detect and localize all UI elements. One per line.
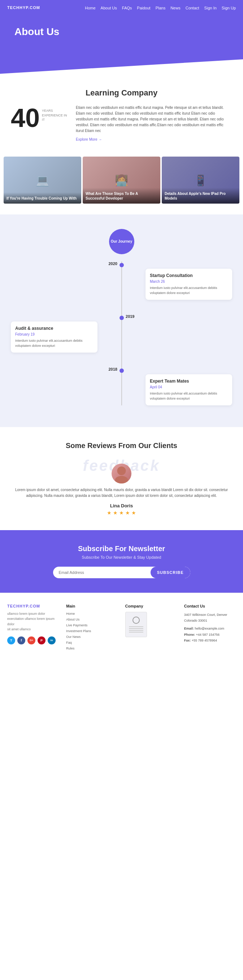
- explore-more-link[interactable]: Explore More →: [76, 137, 102, 142]
- nav-links: Home About Us FAQs Paidout Plans News Co…: [85, 4, 236, 11]
- learning-section: Learning Company 40 YEARS EXPERIENCE IN …: [0, 74, 243, 157]
- header: TECHHYP.COM Home About Us FAQs Paidout P…: [0, 0, 243, 59]
- year-2018: 2018: [109, 367, 117, 371]
- doc-line-4: [129, 632, 144, 633]
- svg-point-0: [117, 466, 126, 475]
- year-2020: 2020: [109, 261, 117, 266]
- subscribe-title: Subscribe For Newsletter: [11, 545, 232, 553]
- timeline: 2020 Startup Consultation March 26 Inter…: [7, 261, 236, 406]
- nav-signin[interactable]: Sign In: [204, 6, 217, 10]
- card-2-body: Interdum iusto pulvinar elit.accusantium…: [15, 339, 93, 348]
- nav-news[interactable]: News: [170, 6, 180, 10]
- footer-link-invest[interactable]: Investment Plans: [66, 629, 118, 633]
- page-title: About Us: [14, 26, 236, 38]
- contact-fax: Fax: +55 789 4578964: [184, 638, 236, 643]
- learning-body: Etiam nec odio vestibulum est mattis eff…: [76, 105, 232, 134]
- footer-main-title: Main: [66, 604, 118, 608]
- reviewer-avatar: [112, 464, 131, 484]
- card-2-date: February 19: [15, 332, 93, 336]
- timeline-card-2: Audit & assurance February 19 Interdum i…: [11, 321, 98, 353]
- learning-text-block: Etiam nec odio vestibulum est mattis eff…: [76, 105, 232, 142]
- timeline-dot-2: [120, 316, 124, 320]
- card-2-title: What Are Those Steps To Be A Successful …: [85, 191, 158, 201]
- footer: TECHHYP.COM ullamco lorem ipsum dolorexe…: [0, 593, 243, 663]
- star-1: ★: [107, 510, 112, 515]
- timeline-card-3: Expert Team Mates April 04 Interdum iust…: [145, 374, 232, 406]
- card-3-overlay: Details About Apple's New IPad Pro Model…: [162, 188, 239, 204]
- nav-contact[interactable]: Contact: [186, 6, 199, 10]
- card-1-date: March 26: [150, 280, 228, 283]
- subscribe-form: SUBSCRIBE: [53, 567, 190, 578]
- doc-seal: [133, 617, 140, 624]
- journey-section: Our Journey 2020 Startup Consultation Ma…: [0, 215, 243, 427]
- doc-line-2: [129, 628, 144, 629]
- hero-text: About Us: [7, 15, 236, 59]
- nav-plans[interactable]: Plans: [156, 6, 166, 10]
- years-number: 40: [11, 105, 40, 131]
- footer-link-faq[interactable]: Faq: [66, 641, 118, 644]
- nav-paidout[interactable]: Paidout: [137, 6, 150, 10]
- card-3-body: Interdum iusto pulvinar elit.accusantium…: [150, 391, 228, 401]
- card-2-title: Audit & assurance: [15, 326, 93, 331]
- contact-address: 3407 Wilkinson Court, Denver Colorado 33…: [184, 612, 236, 624]
- footer-link-about[interactable]: About Us: [66, 618, 118, 621]
- subscribe-button[interactable]: SUBSCRIBE: [151, 567, 190, 578]
- card-1[interactable]: 💻 If You're Having Trouble Coming Up Wit…: [4, 157, 81, 204]
- journey-circle: Our Journey: [109, 229, 134, 254]
- contact-phone: Phone: +44 587 154756: [184, 632, 236, 638]
- pinterest-icon[interactable]: P: [38, 636, 46, 644]
- company-doc-image: [125, 612, 147, 637]
- cards-section: 💻 If You're Having Trouble Coming Up Wit…: [0, 157, 243, 215]
- years-label: YEARS EXPERIENCE IN IT: [42, 108, 69, 122]
- footer-link-rules[interactable]: Rules: [66, 647, 118, 650]
- doc-line-3: [129, 630, 144, 631]
- timeline-dot-3: [120, 369, 124, 373]
- google-icon[interactable]: G+: [27, 636, 35, 644]
- social-icons: T f G+ P in: [7, 636, 59, 644]
- linkedin-icon[interactable]: in: [48, 636, 55, 644]
- big-number-block: 40 YEARS EXPERIENCE IN IT: [11, 105, 69, 131]
- footer-col-contact: Contact Us 3407 Wilkinson Court, Denver …: [184, 604, 236, 652]
- subscribe-subtitle: Subscribe To Our Newsletter & Stay Updat…: [11, 555, 232, 560]
- contact-email: Email: hello@example.com: [184, 625, 236, 632]
- card-3-date: April 04: [150, 385, 228, 389]
- reviewer-name: Lina Doris: [11, 503, 232, 508]
- star-3: ★: [119, 510, 124, 515]
- star-rating: ★ ★ ★ ★ ★: [11, 510, 232, 515]
- nav-logo: TECHHYP.COM: [7, 5, 40, 10]
- card-3-title: Expert Team Mates: [150, 379, 228, 384]
- footer-link-home[interactable]: Home: [66, 612, 118, 616]
- footer-col-main: Main Home About Us Live Payments Investm…: [66, 604, 118, 652]
- svg-point-1: [115, 476, 128, 484]
- footer-link-live[interactable]: Live Payments: [66, 624, 118, 627]
- email-input[interactable]: [53, 567, 151, 578]
- star-4: ★: [125, 510, 130, 515]
- card-3-title: Details About Apple's New IPad Pro Model…: [165, 191, 237, 201]
- footer-col-company: Company: [125, 604, 177, 652]
- reviews-title: Some Reviews From Our Clients: [11, 442, 232, 450]
- card-2-overlay: What Are Those Steps To Be A Successful …: [83, 188, 160, 204]
- reviews-section: Some Reviews From Our Clients feedback L…: [0, 427, 243, 530]
- year-2019: 2019: [126, 314, 134, 318]
- nav-faqs[interactable]: FAQs: [122, 6, 132, 10]
- nav-home[interactable]: Home: [85, 6, 95, 10]
- card-1-body: Interdum iusto pulvinar elit.accusantium…: [150, 286, 228, 296]
- subscribe-section: Subscribe For Newsletter Subscribe To Ou…: [0, 530, 243, 593]
- card-1-overlay: If You're Having Trouble Coming Up With: [4, 192, 81, 204]
- timeline-dot-1: [120, 263, 124, 267]
- learning-title: Learning Company: [11, 88, 232, 98]
- card-2[interactable]: 👩‍💻 What Are Those Steps To Be A Success…: [83, 157, 160, 204]
- footer-desc: ullamco lorem ipsum dolorexercitation ul…: [7, 611, 59, 632]
- learning-content: 40 YEARS EXPERIENCE IN IT Etiam nec odio…: [11, 105, 232, 142]
- twitter-icon[interactable]: T: [7, 636, 15, 644]
- review-text: Lorem ipsum dolor sit amet, consectetur …: [11, 487, 232, 499]
- footer-link-news[interactable]: Our News: [66, 635, 118, 639]
- nav-signup[interactable]: Sign Up: [222, 6, 236, 10]
- nav-about[interactable]: About Us: [101, 6, 117, 10]
- card-3[interactable]: 📱 Details About Apple's New IPad Pro Mod…: [162, 157, 239, 204]
- contact-info: 3407 Wilkinson Court, Denver Colorado 33…: [184, 612, 236, 643]
- card-1-title: If You're Having Trouble Coming Up With: [6, 196, 78, 201]
- footer-grid: TECHHYP.COM ullamco lorem ipsum dolorexe…: [7, 604, 236, 652]
- footer-contact-title: Contact Us: [184, 604, 236, 608]
- facebook-icon[interactable]: f: [17, 636, 25, 644]
